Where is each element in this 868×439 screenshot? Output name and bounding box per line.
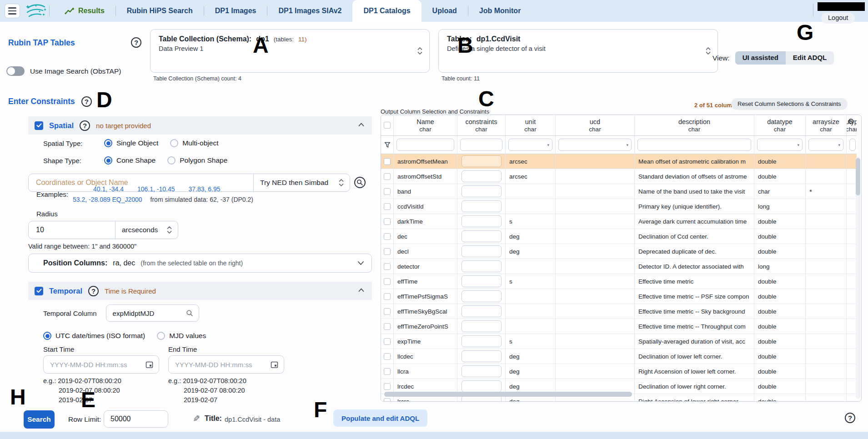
constraint-input[interactable] [462, 335, 502, 347]
tab-job-monitor[interactable]: Job Monitor [468, 0, 532, 22]
constraint-input[interactable] [462, 320, 502, 332]
header-constraints[interactable]: constraintschar [457, 115, 506, 135]
row-checkbox[interactable] [384, 173, 391, 180]
enter-constraints-help-icon[interactable]: ? [81, 96, 92, 107]
radio-polygon-shape[interactable]: Polygon Shape [167, 156, 227, 165]
constraint-input[interactable] [462, 350, 502, 362]
filter-select-unit[interactable]: ▾ [508, 139, 552, 151]
radio-utc-iso[interactable]: UTC date/times (ISO format) [43, 332, 145, 340]
table-row[interactable]: effTimeSkyBgScal Effective time metric -… [381, 304, 857, 319]
row-checkbox[interactable] [384, 398, 391, 402]
constraint-input[interactable] [462, 200, 502, 212]
filter-select-arraysize[interactable]: ▾ [808, 139, 843, 151]
filter-input-utype[interactable] [849, 139, 856, 151]
table-row[interactable]: effTime s Effective time metric double [381, 274, 857, 289]
example-link[interactable]: 53.2, -28.089 EQ_J2000 [73, 196, 142, 203]
table-row[interactable]: effTimePsfSigmaS Effective time metric -… [381, 289, 857, 304]
tab-upload[interactable]: Upload [421, 0, 468, 22]
constraint-input[interactable] [462, 245, 502, 257]
constraint-input[interactable] [462, 215, 502, 227]
row-limit-input[interactable]: 50000 [104, 410, 168, 428]
row-checkbox[interactable] [384, 323, 391, 330]
table-row[interactable]: dec deg Declination of Ccd center. doubl… [381, 229, 857, 244]
constraint-input[interactable] [462, 290, 502, 302]
temporal-section-header[interactable]: Temporal ? Time is Required [28, 282, 372, 300]
header-datatype[interactable]: datatypechar [754, 115, 806, 135]
collapse-chevron-icon[interactable] [358, 122, 365, 127]
constraint-input[interactable] [462, 305, 502, 317]
spatial-help-icon[interactable]: ? [80, 120, 90, 131]
radio-mjd-values[interactable]: MJD values [157, 332, 206, 340]
temporal-help-icon[interactable]: ? [88, 286, 99, 296]
table-row[interactable]: effTimeZeroPointS Effective time metric … [381, 319, 857, 334]
edit-title-pencil-icon[interactable]: ✎ [193, 414, 200, 424]
start-time-input[interactable]: YYYY-MM-DD HH:mm:ss [43, 355, 159, 374]
table-row[interactable]: llcra deg Right Ascension of lower left … [381, 364, 857, 379]
header-name[interactable]: Namechar [394, 115, 457, 135]
row-checkbox[interactable] [384, 368, 391, 375]
vertical-scrollbar-thumb[interactable] [856, 158, 860, 195]
populate-adql-button[interactable]: Populate and edit ADQL [333, 409, 427, 427]
table-row[interactable]: band Name of the band used to take the v… [381, 184, 857, 199]
reset-columns-button[interactable]: Reset Column Selections & Constraints [731, 98, 848, 110]
radio-multi-object[interactable]: Multi-object [170, 139, 218, 147]
example-link[interactable]: 106.1, -10.45 [137, 185, 175, 193]
filter-funnel-icon[interactable] [384, 142, 391, 148]
table-options-gear-icon[interactable]: ⚙ [848, 117, 854, 126]
table-row[interactable]: darkTime s Average dark current accumula… [381, 214, 857, 229]
filter-select-ucd[interactable]: ▾ [558, 139, 632, 151]
row-checkbox[interactable] [384, 338, 391, 345]
table-row[interactable]: decl deg Deprecated duplicate of dec. do… [381, 244, 857, 259]
header-description[interactable]: descriptionchar [635, 115, 754, 135]
row-checkbox[interactable] [384, 188, 391, 195]
table-row[interactable]: ccdVisitId Primary key (unique identifie… [381, 199, 857, 214]
spatial-checkbox[interactable] [35, 121, 43, 130]
filter-input-constraints[interactable] [460, 139, 502, 151]
radius-input[interactable]: 10 [29, 226, 115, 234]
row-checkbox[interactable] [384, 383, 391, 390]
end-time-input[interactable]: YYYY-MM-DD HH:mm:ss [168, 355, 284, 374]
temporal-checkbox[interactable] [35, 287, 43, 295]
table-row[interactable]: expTime s Spatially-averaged duration of… [381, 334, 857, 349]
select-all-checkbox[interactable] [384, 122, 391, 129]
logout-button[interactable]: Logout [821, 13, 855, 24]
tap-tables-help-icon[interactable]: ? [131, 37, 141, 48]
search-button[interactable]: Search [24, 410, 55, 429]
view-edit-adql-button[interactable]: Edit ADQL [786, 51, 834, 65]
table-select[interactable]: Tables: dp1.CcdVisit Defines a single de… [438, 29, 718, 73]
header-unit[interactable]: unitchar [506, 115, 556, 135]
constraint-input[interactable] [462, 260, 502, 272]
hamburger-menu-icon[interactable] [5, 4, 20, 18]
view-ui-assisted-button[interactable]: UI assisted [735, 51, 786, 65]
row-checkbox[interactable] [384, 263, 391, 270]
row-checkbox[interactable] [384, 278, 391, 285]
header-arraysize[interactable]: arraysizechar [806, 115, 847, 135]
row-checkbox[interactable] [384, 233, 391, 240]
example-link[interactable]: 37.83, 6.95 [188, 185, 220, 193]
constraint-input[interactable] [462, 380, 502, 392]
calendar-icon[interactable] [271, 361, 278, 369]
tab-dp1-images[interactable]: DP1 Images [204, 0, 267, 22]
schema-select[interactable]: Table Collection (Schema): dp1 (tables: … [150, 29, 430, 73]
filter-select-datatype[interactable]: ▾ [757, 139, 803, 151]
row-checkbox[interactable] [384, 203, 391, 210]
row-checkbox[interactable] [384, 218, 391, 225]
table-row[interactable]: llcdec deg Declination of lower left cor… [381, 349, 857, 364]
position-columns-select[interactable]: Position Columns: ra, dec (from the sele… [28, 254, 372, 273]
radio-single-object[interactable]: Single Object [104, 139, 158, 147]
table-row[interactable]: astromOffsetMean arcsec Mean offset of a… [381, 154, 857, 169]
temporal-column-input[interactable]: expMidptMJD [106, 304, 199, 322]
tab-dp1-images-siav2[interactable]: DP1 Images SIAv2 [267, 0, 352, 22]
table-row[interactable]: astromOffsetStd arcsec Standard deviatio… [381, 169, 857, 184]
resolver-select[interactable]: Try NED then Simbad [253, 174, 350, 191]
example-link[interactable]: 40.1, -34.4 [93, 185, 124, 193]
row-checkbox[interactable] [384, 308, 391, 315]
row-checkbox[interactable] [384, 353, 391, 360]
row-checkbox[interactable] [384, 158, 391, 165]
constraint-input[interactable] [462, 230, 502, 242]
radius-unit-select[interactable]: arcseconds [115, 221, 178, 239]
table-row[interactable]: detector Detector ID. A detector associa… [381, 259, 857, 274]
page-help-icon[interactable]: ? [845, 413, 855, 423]
resolve-search-icon[interactable] [354, 176, 366, 189]
collapse-chevron-icon[interactable] [358, 287, 365, 293]
